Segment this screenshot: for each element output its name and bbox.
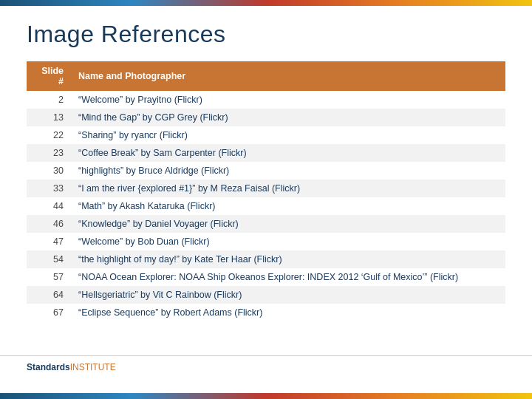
table-row: 23“Coffee Break” by Sam Carpenter (Flick… bbox=[27, 144, 505, 162]
table-row: 30“highlights” by Bruce Aldridge (Flickr… bbox=[27, 162, 505, 180]
cell-slide-num: 23 bbox=[27, 144, 71, 162]
cell-name: “Welcome” by Bob Duan (Flickr) bbox=[71, 233, 505, 250]
footer-brand: StandardsINSTITUTE bbox=[27, 362, 116, 372]
top-accent-bar bbox=[0, 0, 532, 6]
references-table: Slide # Name and Photographer 2“Welcome”… bbox=[27, 61, 505, 321]
bottom-accent-bar bbox=[0, 393, 532, 399]
cell-name: “Knowledge” by Daniel Voyager (Flickr) bbox=[71, 215, 505, 233]
table-row: 44“Math” by Akash Kataruka (Flickr) bbox=[27, 197, 505, 215]
table-row: 64“Hellsgeriatric” by Vit C Rainbow (Fli… bbox=[27, 286, 505, 304]
footer: StandardsINSTITUTE bbox=[0, 355, 532, 372]
cell-slide-num: 46 bbox=[27, 215, 71, 233]
cell-name: “I am the river {explored #1}” by M Reza… bbox=[71, 180, 505, 197]
cell-slide-num: 57 bbox=[27, 268, 71, 286]
cell-name: “Eclipse Sequence” by Robert Adams (Flic… bbox=[71, 304, 505, 321]
col-header-slide: Slide # bbox=[27, 61, 71, 91]
table-row: 33“I am the river {explored #1}” by M Re… bbox=[27, 180, 505, 197]
cell-name: “Hellsgeriatric” by Vit C Rainbow (Flick… bbox=[71, 286, 505, 304]
table-row: 67“Eclipse Sequence” by Robert Adams (Fl… bbox=[27, 304, 505, 321]
brand-light: INSTITUTE bbox=[70, 362, 116, 372]
cell-name: “Coffee Break” by Sam Carpenter (Flickr) bbox=[71, 144, 505, 162]
cell-slide-num: 47 bbox=[27, 233, 71, 250]
cell-slide-num: 2 bbox=[27, 91, 71, 109]
table-row: 46“Knowledge” by Daniel Voyager (Flickr) bbox=[27, 215, 505, 233]
cell-name: “Welcome” by Prayitno (Flickr) bbox=[71, 91, 505, 109]
cell-name: “Sharing” by ryancr (Flickr) bbox=[71, 126, 505, 144]
cell-name: “highlights” by Bruce Aldridge (Flickr) bbox=[71, 162, 505, 180]
table-row: 47“Welcome” by Bob Duan (Flickr) bbox=[27, 233, 505, 250]
table-header-row: Slide # Name and Photographer bbox=[27, 61, 505, 91]
cell-name: “Math” by Akash Kataruka (Flickr) bbox=[71, 197, 505, 215]
cell-name: “Mind the Gap” by CGP Grey (Flickr) bbox=[71, 109, 505, 126]
table-row: 54“the highlight of my day!” by Kate Ter… bbox=[27, 250, 505, 268]
cell-slide-num: 44 bbox=[27, 197, 71, 215]
cell-slide-num: 22 bbox=[27, 126, 71, 144]
cell-slide-num: 64 bbox=[27, 286, 71, 304]
page-title: Image References bbox=[27, 21, 505, 48]
cell-name: “the highlight of my day!” by Kate Ter H… bbox=[71, 250, 505, 268]
main-content: Image References Slide # Name and Photog… bbox=[0, 6, 532, 321]
table-row: 2“Welcome” by Prayitno (Flickr) bbox=[27, 91, 505, 109]
cell-slide-num: 67 bbox=[27, 304, 71, 321]
cell-name: “NOAA Ocean Explorer: NOAA Ship Okeanos … bbox=[71, 268, 505, 286]
table-row: 57“NOAA Ocean Explorer: NOAA Ship Okeano… bbox=[27, 268, 505, 286]
table-row: 22“Sharing” by ryancr (Flickr) bbox=[27, 126, 505, 144]
cell-slide-num: 33 bbox=[27, 180, 71, 197]
cell-slide-num: 30 bbox=[27, 162, 71, 180]
col-header-name: Name and Photographer bbox=[71, 61, 505, 91]
cell-slide-num: 13 bbox=[27, 109, 71, 126]
cell-slide-num: 54 bbox=[27, 250, 71, 268]
brand-strong: Standards bbox=[27, 362, 70, 372]
table-row: 13“Mind the Gap” by CGP Grey (Flickr) bbox=[27, 109, 505, 126]
